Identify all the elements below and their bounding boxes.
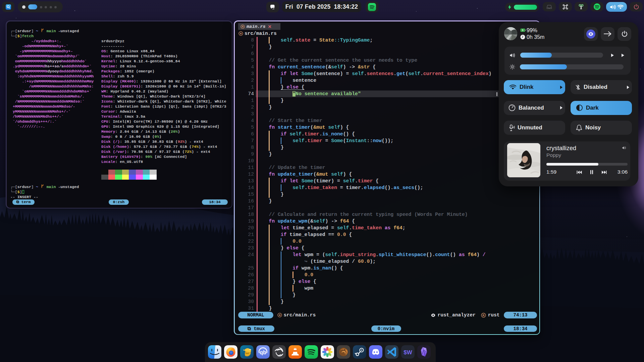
svg-text:R: R <box>279 314 281 317</box>
svg-text:R: R <box>242 25 244 28</box>
svg-text:R: R <box>240 32 242 35</box>
svg-text:qb: qb <box>260 350 266 355</box>
svg-text:R: R <box>482 314 484 317</box>
svg-text:$W: $W <box>404 349 412 356</box>
